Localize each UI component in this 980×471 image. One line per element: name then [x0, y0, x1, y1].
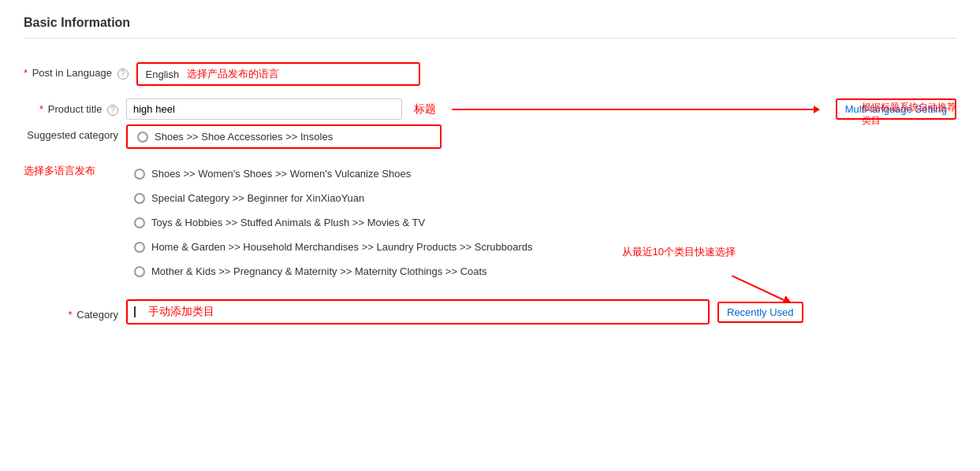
radio-btn-0[interactable]: [137, 132, 148, 143]
recently-annotation: 从最近10个类目快速选择: [622, 244, 736, 260]
page-wrapper: Basic Information * Post in Language ? E…: [0, 0, 980, 471]
post-in-language-label: * Post in Language ?: [24, 62, 136, 80]
category-text-2: Special Category >> Beginner for XinXiao…: [151, 192, 364, 204]
left-annotation: 选择多语言发布: [24, 164, 95, 178]
suggested-category-row: Suggested category Shoes >> Shoe Accesso…: [24, 124, 956, 149]
section-title: Basic Information: [24, 16, 956, 39]
category-text-5: Mother & Kids >> Pregnancy & Maternity >…: [151, 265, 487, 277]
suggested-category-control: Shoes >> Shoe Accessories >> Insoles: [126, 124, 956, 149]
title-annotation: 标题: [414, 102, 436, 117]
product-title-label: * Product title ?: [24, 98, 126, 116]
main-content: * Post in Language ? English 选择产品发布的语言 *…: [24, 54, 956, 332]
manual-annotation: 手动添加类目: [148, 305, 214, 319]
required-star: *: [24, 67, 28, 79]
category-text-4: Home & Garden >> Household Merchandises …: [151, 241, 532, 253]
suggestion-row-4: Home & Garden >> Household Merchandises …: [24, 235, 956, 259]
suggestion-row-1: Shoes >> Women's Shoes >> Women's Vulcan…: [24, 161, 956, 186]
category-label: * Category: [24, 304, 126, 321]
suggestion-row-2: Special Category >> Beginner for XinXiao…: [24, 186, 956, 210]
product-title-row: * Product title ? 标题 Multi-language Sett…: [24, 98, 956, 120]
cursor-line: [134, 306, 136, 317]
suggestion-row-5: Mother & Kids >> Pregnancy & Maternity >…: [24, 259, 956, 284]
post-in-language-control: English 选择产品发布的语言: [136, 62, 956, 86]
recently-used-btn[interactable]: Recently Used: [717, 302, 803, 323]
category-input-box[interactable]: 手动添加类目: [126, 299, 710, 325]
suggested-category-section: 选择多语言发布 Suggested category Shoes >> Shoe…: [24, 124, 956, 284]
category-text-1: Shoes >> Women's Shoes >> Women's Vulcan…: [151, 168, 411, 180]
product-title-input[interactable]: [126, 98, 402, 120]
post-language-help-icon[interactable]: ?: [117, 69, 129, 80]
category-section: 从最近10个类目快速选择 * Category 手动添加类目: [24, 299, 956, 325]
arrow-head: [814, 106, 820, 113]
category-text-0: Shoes >> Shoe Accessories >> Insoles: [155, 131, 333, 143]
language-box[interactable]: English 选择产品发布的语言: [136, 62, 420, 86]
right-annotation: 根据标题系统自动推荐类目: [862, 101, 956, 128]
suggested-box[interactable]: Shoes >> Shoe Accessories >> Insoles: [126, 124, 442, 149]
post-in-language-row: * Post in Language ? English 选择产品发布的语言: [24, 62, 956, 86]
language-annotation: 选择产品发布的语言: [187, 67, 279, 81]
suggested-category-label: Suggested category: [24, 124, 126, 141]
product-title-help-icon[interactable]: ?: [107, 105, 118, 116]
radio-btn-5[interactable]: [134, 266, 145, 277]
required-star-3: *: [69, 309, 73, 321]
category-text-3: Toys & Hobbies >> Stuffed Animals & Plus…: [151, 217, 425, 228]
radio-btn-1[interactable]: [134, 169, 145, 180]
suggestion-row-3: Toys & Hobbies >> Stuffed Animals & Plus…: [24, 210, 956, 235]
arrow-line-bar: [452, 109, 814, 110]
radio-btn-2[interactable]: [134, 193, 145, 204]
radio-btn-4[interactable]: [134, 242, 145, 253]
product-title-control: 标题 Multi-language Setting: [126, 98, 956, 120]
category-input-row: * Category 手动添加类目 Recently Used: [24, 299, 956, 325]
required-star-2: *: [39, 103, 43, 115]
title-arrow-line: [452, 106, 820, 113]
language-value: English: [146, 69, 180, 80]
radio-btn-3[interactable]: [134, 217, 145, 228]
